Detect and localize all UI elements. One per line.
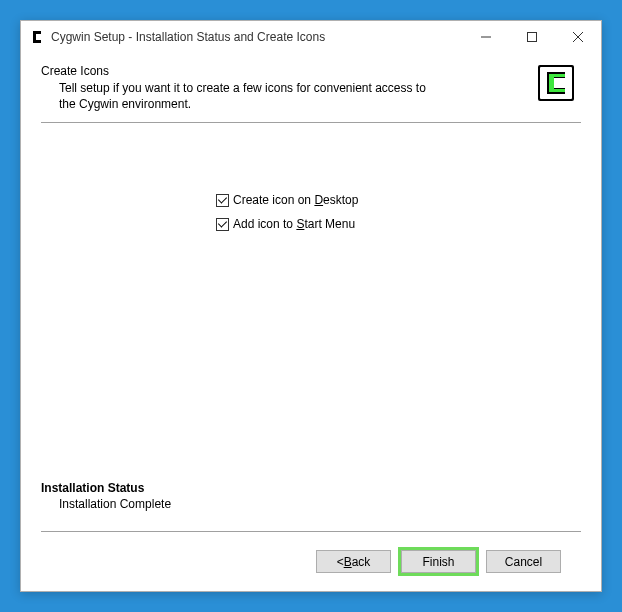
- finish-button[interactable]: Finish: [401, 550, 476, 573]
- checkbox-area: Create icon on Desktop Add icon to Start…: [41, 127, 581, 241]
- status-block: Installation Status Installation Complet…: [41, 474, 581, 511]
- window-controls: [463, 21, 601, 52]
- startmenu-icon-row: Add icon to Start Menu: [216, 217, 581, 231]
- page-title: Create Icons: [41, 64, 535, 78]
- desktop-icon-label[interactable]: Create icon on Desktop: [233, 193, 358, 207]
- svg-rect-1: [528, 32, 537, 41]
- cygwin-logo-icon: [535, 62, 577, 104]
- svg-rect-5: [540, 67, 572, 99]
- maximize-button[interactable]: [509, 21, 555, 52]
- titlebar: Cygwin Setup - Installation Status and C…: [21, 21, 601, 52]
- content-area: Create Icons Tell setup if you want it t…: [21, 52, 601, 591]
- desktop-icon-row: Create icon on Desktop: [216, 193, 581, 207]
- desktop-icon-checkbox[interactable]: [216, 194, 229, 207]
- installer-window: Cygwin Setup - Installation Status and C…: [20, 20, 602, 592]
- window-title: Cygwin Setup - Installation Status and C…: [51, 30, 463, 44]
- startmenu-icon-checkbox[interactable]: [216, 218, 229, 231]
- back-button[interactable]: < Back: [316, 550, 391, 573]
- status-text: Installation Complete: [41, 495, 581, 511]
- status-title: Installation Status: [41, 481, 581, 495]
- page-header: Create Icons Tell setup if you want it t…: [41, 62, 581, 123]
- page-description: Tell setup if you want it to create a fe…: [41, 78, 441, 112]
- button-row: < Back Finish Cancel: [41, 532, 581, 591]
- app-icon: [29, 29, 45, 45]
- startmenu-icon-label[interactable]: Add icon to Start Menu: [233, 217, 355, 231]
- minimize-button[interactable]: [463, 21, 509, 52]
- finish-highlight: Finish: [398, 547, 479, 576]
- close-button[interactable]: [555, 21, 601, 52]
- cancel-button[interactable]: Cancel: [486, 550, 561, 573]
